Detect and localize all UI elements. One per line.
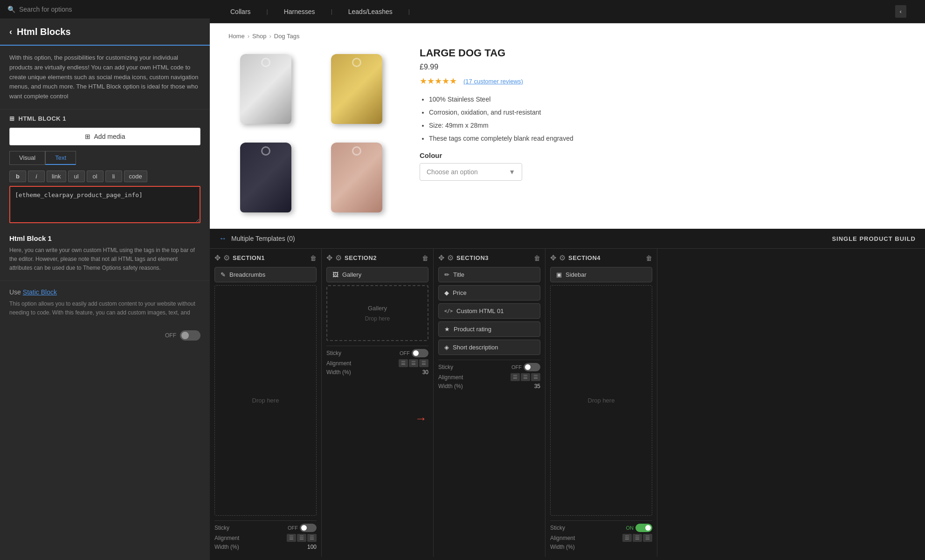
product-image-silver[interactable] <box>228 47 303 131</box>
section4-move-icon[interactable]: ✥ <box>550 253 556 262</box>
section1-footer: Sticky OFF Alignment ☰ ☰ ☰ <box>214 520 317 552</box>
product-features: 100% Stainless Steel Corrosion, oxidatio… <box>420 93 906 145</box>
nav-item-collars[interactable]: Collars <box>228 8 253 15</box>
align-left-3[interactable]: ☰ <box>511 373 520 381</box>
back-header[interactable]: ‹ Html Blocks <box>0 19 210 46</box>
section2-footer: Sticky OFF Alignment ☰ ☰ ☰ <box>326 346 428 377</box>
align-center-3[interactable]: ☰ <box>521 373 530 381</box>
section1-delete-icon[interactable]: 🗑 <box>310 254 317 262</box>
product-image-gold[interactable] <box>319 47 394 131</box>
html-block-content: ⊞ Add media Visual Text b i link ul ol l… <box>0 128 210 234</box>
link-button[interactable]: link <box>47 171 66 182</box>
align-center-2[interactable]: ☰ <box>409 359 418 367</box>
width-label-2: Width (%) <box>326 369 351 376</box>
nav-item-harnesses[interactable]: Harnesses <box>282 8 317 15</box>
section2-delete-icon[interactable]: 🗑 <box>422 254 428 262</box>
sidebar-block-icon: ▣ <box>556 271 562 278</box>
align-center-1[interactable]: ☰ <box>297 534 306 542</box>
nav-item-leads[interactable]: Leads/Leashes <box>346 8 394 15</box>
breadcrumb-dog-tags[interactable]: Dog Tags <box>274 33 300 40</box>
builder-area: ↔ Multiple Templates (0) SINGLE PRODUCT … <box>210 229 925 560</box>
product-image-rosegold[interactable] <box>319 136 394 219</box>
block-custom-html[interactable]: </> Custom HTML 01 <box>438 303 540 319</box>
section1-gear-icon[interactable]: ⚙ <box>223 253 230 262</box>
static-block-link[interactable]: Static Block <box>23 288 57 296</box>
html-block-info: Html Block 1 Here, you can write your ow… <box>0 234 210 280</box>
align-right-1[interactable]: ☰ <box>307 534 317 542</box>
sidebar-description: With this option, the possibilities for … <box>0 46 210 109</box>
section4-footer: Sticky ON Alignment ☰ ☰ ☰ <box>550 520 652 552</box>
section1-move-icon[interactable]: ✥ <box>214 253 221 262</box>
html-block-header: ⊞ HTML BLOCK 1 <box>0 109 210 128</box>
colour-label: Colour <box>420 151 906 159</box>
collapse-sidebar-button[interactable]: ‹ <box>895 5 906 18</box>
section3-delete-icon[interactable]: 🗑 <box>534 254 540 262</box>
section2-gallery-drop[interactable]: Gallery Drop here <box>326 285 428 341</box>
section4-delete-icon[interactable]: 🗑 <box>646 254 652 262</box>
product-image-navy[interactable] <box>228 136 303 219</box>
ul-button[interactable]: ul <box>68 171 85 182</box>
align-right-2[interactable]: ☰ <box>419 359 428 367</box>
gallery-drop-label: Gallery <box>368 305 387 312</box>
feature-2: Corrosion, oxidation, and rust-resistant <box>429 106 906 119</box>
sections-container: ✥ ⚙ SECTION1 🗑 ✎ Breadcrumbs Drop here S… <box>210 249 925 557</box>
main-area: Collars | Harnesses | Leads/Leashes | ‹ … <box>210 0 925 560</box>
section3-move-icon[interactable]: ✥ <box>438 253 444 262</box>
sticky-label-4: Sticky <box>550 525 565 531</box>
alignment-label-1: Alignment <box>214 535 239 541</box>
price-icon: ◆ <box>444 289 449 296</box>
tab-visual[interactable]: Visual <box>9 151 45 165</box>
section2-gear-icon[interactable]: ⚙ <box>335 253 342 262</box>
align-left-4[interactable]: ☰ <box>622 534 632 542</box>
search-bar[interactable]: 🔍 Search for options <box>0 0 210 19</box>
block-sidebar[interactable]: ▣ Sidebar <box>550 267 652 282</box>
align-left-2[interactable]: ☰ <box>399 359 408 367</box>
align-left-1[interactable]: ☰ <box>287 534 296 542</box>
feature-3: Size: 49mm x 28mm <box>429 119 906 132</box>
add-media-button[interactable]: ⊞ Add media <box>9 128 200 145</box>
back-arrow-icon[interactable]: ‹ <box>9 27 12 37</box>
block-title[interactable]: ✏ Title <box>438 267 540 282</box>
alignment-label-2: Alignment <box>326 360 351 367</box>
block-gallery[interactable]: 🖼 Gallery <box>326 267 428 282</box>
align-right-3[interactable]: ☰ <box>531 373 540 381</box>
breadcrumb-shop[interactable]: Shop <box>252 33 266 40</box>
ratings-row: ★★★★★ (17 customer reviews) <box>420 76 906 86</box>
section4-drop-zone[interactable]: Drop here <box>550 285 652 516</box>
block-short-description[interactable]: ◈ Short description <box>438 340 540 355</box>
sticky-label-3: Sticky <box>438 364 453 370</box>
section4-gear-icon[interactable]: ⚙ <box>559 253 566 262</box>
gallery-icon: 🖼 <box>332 271 338 278</box>
section3-gear-icon[interactable]: ⚙ <box>447 253 454 262</box>
sticky-toggle-3[interactable] <box>524 363 540 371</box>
block-product-rating[interactable]: ★ Product rating <box>438 321 540 337</box>
colour-select[interactable]: Choose an option ▼ <box>420 163 522 181</box>
chevron-down-icon: ▼ <box>509 168 515 176</box>
ol-button[interactable]: ol <box>87 171 104 182</box>
bold-button[interactable]: b <box>9 171 26 182</box>
sticky-toggle-4[interactable] <box>635 524 652 532</box>
sticky-toggle-2[interactable] <box>412 349 428 357</box>
section3-label: SECTION3 <box>456 254 489 261</box>
static-block-title: Use Static Block <box>9 288 200 296</box>
section-col-2: ✥ ⚙ SECTION2 🗑 🖼 Gallery Gallery Drop he… <box>322 249 434 557</box>
breadcrumb-home[interactable]: Home <box>228 33 245 40</box>
editor-tabs: Visual Text <box>9 151 200 165</box>
tab-text[interactable]: Text <box>45 151 76 165</box>
sticky-toggle-1[interactable] <box>300 524 317 532</box>
block-price[interactable]: ◆ Price <box>438 285 540 300</box>
section2-move-icon[interactable]: ✥ <box>326 253 332 262</box>
sidebar-title: Html Blocks <box>17 27 71 37</box>
product-reviews[interactable]: (17 customer reviews) <box>463 78 523 85</box>
main-toggle[interactable] <box>180 330 200 341</box>
italic-button[interactable]: i <box>28 171 45 182</box>
align-center-4[interactable]: ☰ <box>633 534 642 542</box>
block-info-title: Html Block 1 <box>9 234 200 242</box>
code-button[interactable]: code <box>124 171 147 182</box>
width-value-1: 100 <box>307 544 317 550</box>
li-button[interactable]: li <box>105 171 122 182</box>
align-right-4[interactable]: ☰ <box>643 534 652 542</box>
editor-textarea[interactable]: [etheme_clearpay_product_page_info] <box>9 186 200 223</box>
section1-drop-zone[interactable]: Drop here <box>214 285 317 516</box>
block-breadcrumbs[interactable]: ✎ Breadcrumbs <box>214 267 317 282</box>
